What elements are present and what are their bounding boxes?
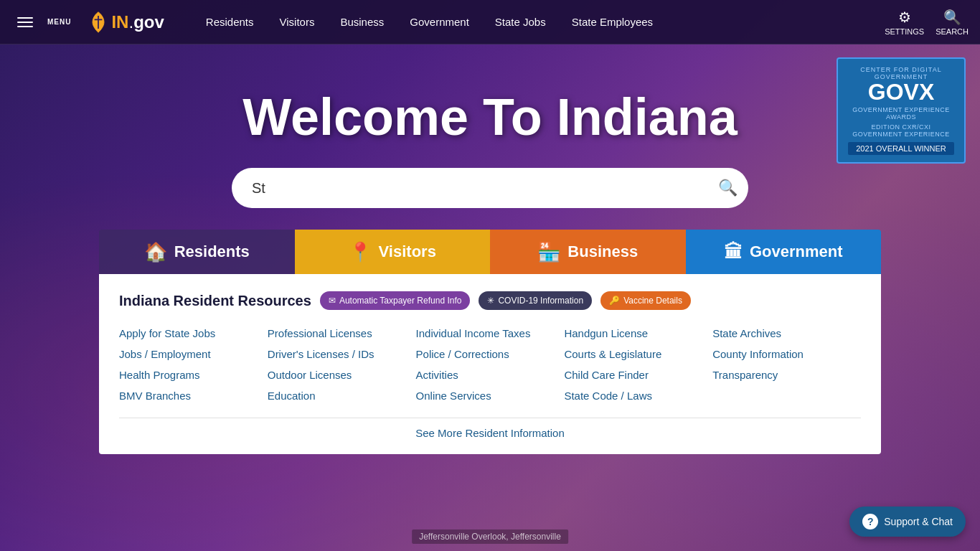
link-empty xyxy=(712,385,861,394)
col-1: Apply for State Jobs Jobs / Employment H… xyxy=(119,323,268,406)
government-icon: 🏛 xyxy=(724,241,743,263)
link-online-services[interactable]: Online Services xyxy=(416,385,565,406)
link-police-corrections[interactable]: Police / Corrections xyxy=(416,344,565,364)
gear-icon: ⚙ xyxy=(898,9,911,26)
residents-icon: 🏠 xyxy=(144,241,167,263)
panel-header: Indiana Resident Resources ✉ Automatic T… xyxy=(119,291,861,310)
link-state-code-laws[interactable]: State Code / Laws xyxy=(564,385,712,406)
support-chat-button[interactable]: ? Support & Chat xyxy=(849,507,966,537)
vaccine-icon: 🔑 xyxy=(609,296,620,306)
settings-button[interactable]: ⚙ SETTINGS xyxy=(885,9,924,36)
link-bmv-branches[interactable]: BMV Branches xyxy=(119,385,268,406)
nav-right: ⚙ SETTINGS 🔍 SEARCH xyxy=(885,9,969,36)
link-state-archives[interactable]: State Archives xyxy=(712,323,861,344)
see-more-section: See More Resident Information xyxy=(119,418,861,440)
link-county-information[interactable]: County Information xyxy=(712,344,861,364)
col-5: State Archives County Information Transp… xyxy=(712,323,861,406)
nav-state-jobs[interactable]: State Jobs xyxy=(482,0,559,44)
support-label: Support & Chat xyxy=(884,516,953,527)
menu-button[interactable] xyxy=(11,11,39,33)
tab-government[interactable]: 🏛 Government xyxy=(686,230,882,274)
link-jobs-employment[interactable]: Jobs / Employment xyxy=(119,344,268,364)
search-button[interactable]: 🔍 SEARCH xyxy=(936,9,969,36)
col-3: Individual Income Taxes Police / Correct… xyxy=(416,323,565,406)
link-professional-licenses[interactable]: Professional Licenses xyxy=(268,323,416,344)
link-handgun-license[interactable]: Handgun License xyxy=(564,323,712,344)
visitors-icon: 📍 xyxy=(349,241,372,263)
link-apply-state-jobs[interactable]: Apply for State Jobs xyxy=(119,323,268,344)
hero-title: Welcome To Indiana xyxy=(242,88,737,146)
govx-x: X xyxy=(919,79,934,105)
tab-business-label: Business xyxy=(567,242,638,261)
link-child-care-finder[interactable]: Child Care Finder xyxy=(564,364,712,385)
link-activities[interactable]: Activities xyxy=(416,364,565,385)
govx-gov: GOV xyxy=(868,79,919,105)
nav-visitors[interactable]: Visitors xyxy=(267,0,328,44)
link-drivers-licenses[interactable]: Driver's Licenses / IDs xyxy=(268,344,416,364)
content-panel: Indiana Resident Resources ✉ Automatic T… xyxy=(99,274,881,454)
mail-icon: ✉ xyxy=(329,296,336,306)
menu-label: MENU xyxy=(47,18,71,26)
link-education[interactable]: Education xyxy=(268,385,416,406)
search-submit-icon: 🔍 xyxy=(718,179,738,197)
main-content: Welcome To Indiana 🔍 🏠 Residents 📍 Visit… xyxy=(0,44,980,454)
covid-icon: ✳ xyxy=(487,296,494,306)
indiana-logo-icon xyxy=(88,11,108,34)
tab-business[interactable]: 🏪 Business xyxy=(490,230,686,274)
resources-grid: Apply for State Jobs Jobs / Employment H… xyxy=(119,323,861,406)
link-individual-income-taxes[interactable]: Individual Income Taxes xyxy=(416,323,565,344)
govx-award-badge[interactable]: CENTER FOR DIGITAL GOVERNMENT GOVX GOVER… xyxy=(837,57,966,164)
support-icon: ? xyxy=(862,514,878,529)
govx-logo: GOVX xyxy=(848,80,954,103)
tab-government-label: Government xyxy=(750,242,843,261)
site-logo[interactable]: IN.gov xyxy=(88,11,164,34)
govx-sub2: EDITION CXR/CXI GOVERNMENT EXPERIENCE xyxy=(848,123,954,138)
see-more-link[interactable]: See More Resident Information xyxy=(415,427,565,439)
search-container: 🔍 xyxy=(232,168,748,208)
tab-residents-label: Residents xyxy=(174,242,250,261)
search-submit-button[interactable]: 🔍 xyxy=(712,173,743,203)
link-outdoor-licenses[interactable]: Outdoor Licenses xyxy=(268,364,416,385)
badge-covid[interactable]: ✳ COVID-19 Information xyxy=(479,291,592,310)
category-tabs: 🏠 Residents 📍 Visitors 🏪 Business 🏛 Gove… xyxy=(99,230,881,274)
govx-subtitle: GOVERNMENT EXPERIENCE AWARDS xyxy=(848,106,954,121)
col-2: Professional Licenses Driver's Licenses … xyxy=(268,323,416,406)
link-health-programs[interactable]: Health Programs xyxy=(119,364,268,385)
search-icon: 🔍 xyxy=(943,9,961,26)
navbar: MENU IN.gov Residents Visitors Business … xyxy=(0,0,980,44)
govx-top-text: CENTER FOR DIGITAL GOVERNMENT xyxy=(848,66,954,80)
business-icon: 🏪 xyxy=(537,241,560,263)
search-input[interactable] xyxy=(232,168,748,208)
col-4: Handgun License Courts & Legislature Chi… xyxy=(564,323,712,406)
govx-year: 2021 OVERALL WINNER xyxy=(848,142,954,155)
nav-government[interactable]: Government xyxy=(397,0,482,44)
nav-residents[interactable]: Residents xyxy=(193,0,267,44)
nav-state-employees[interactable]: State Employees xyxy=(559,0,666,44)
badge-taxpayer[interactable]: ✉ Automatic Taxpayer Refund Info xyxy=(320,291,471,310)
logo-text: IN.gov xyxy=(111,12,164,32)
nav-business[interactable]: Business xyxy=(327,0,397,44)
tab-residents[interactable]: 🏠 Residents xyxy=(99,230,295,274)
badge-vaccine[interactable]: 🔑 Vaccine Details xyxy=(600,291,691,310)
tab-visitors[interactable]: 📍 Visitors xyxy=(295,230,491,274)
tab-visitors-label: Visitors xyxy=(379,242,436,261)
link-transparency[interactable]: Transparency xyxy=(712,364,861,385)
panel-title: Indiana Resident Resources xyxy=(119,293,311,309)
link-courts-legislature[interactable]: Courts & Legislature xyxy=(564,344,712,364)
location-text: Jeffersonville Overlook, Jeffersonville xyxy=(412,529,568,544)
nav-links: Residents Visitors Business Government S… xyxy=(193,0,885,44)
